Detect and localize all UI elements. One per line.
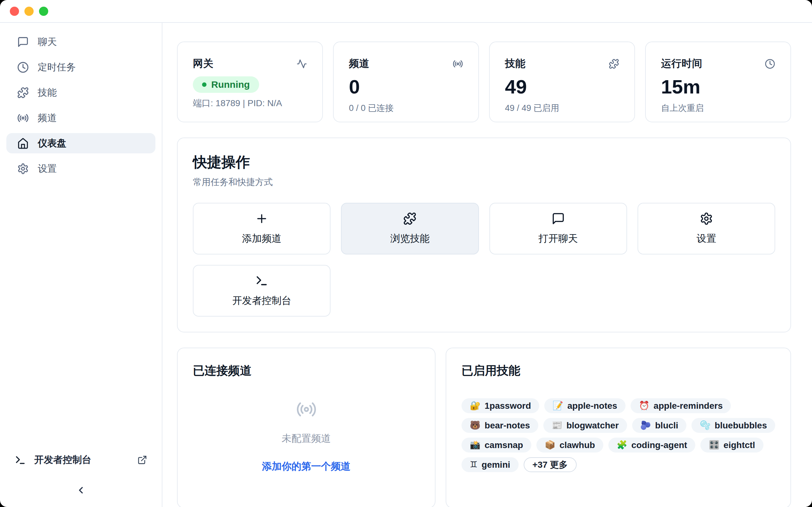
sidebar-item-channels[interactable]: 频道: [6, 108, 155, 128]
uptime-card: 运行时间 15m 自上次重启: [645, 42, 791, 122]
skill-chip-label: gemini: [481, 460, 510, 470]
skill-emoji: 🫧: [700, 421, 711, 430]
uptime-detail: 自上次重启: [661, 102, 775, 114]
skill-chip: 🫧bluebubbles: [692, 418, 775, 433]
skill-chip-label: eightctl: [723, 440, 755, 450]
channels-card: 频道 0 0 / 0 已连接: [333, 42, 479, 122]
sidebar-item-scheduled-tasks[interactable]: 定时任务: [6, 57, 155, 77]
skill-emoji: 🧩: [617, 441, 627, 449]
add-channel-button[interactable]: 添加频道: [193, 203, 331, 255]
bottom-section: 已连接频道 未配置频道 添加你的第一个频道 已启用技能 🔐1password 📝…: [177, 348, 791, 507]
enabled-skills-title: 已启用技能: [461, 363, 775, 379]
connected-channels-title: 已连接频道: [193, 363, 420, 379]
skills-detail: 49 / 49 已启用: [505, 102, 619, 114]
minimize-button[interactable]: [24, 7, 34, 16]
skill-chip: 🎛️eightctl: [700, 438, 763, 452]
skills-card: 技能 49 49 / 49 已启用: [489, 42, 635, 122]
skill-emoji: 🐻: [470, 421, 480, 430]
sidebar-item-chat[interactable]: 聊天: [6, 32, 155, 52]
external-link-icon: [137, 455, 147, 465]
skill-emoji: 🫐: [641, 421, 651, 430]
gateway-card-title: 网关: [193, 57, 213, 71]
sidebar-item-label: 聊天: [38, 36, 57, 49]
terminal-icon: [14, 454, 26, 466]
sidebar-item-label: 定时任务: [38, 61, 76, 74]
skills-chip-list: 🔐1password 📝apple-notes ⏰apple-reminders…: [461, 398, 775, 472]
browse-skills-button[interactable]: 浏览技能: [341, 203, 478, 255]
radio-icon: [17, 112, 29, 124]
quick-actions-grid: 添加频道 浏览技能 打开聊天 设置: [193, 203, 775, 317]
puzzle-icon: [17, 87, 29, 99]
skill-chip-label: bear-notes: [485, 420, 530, 431]
sidebar-item-dashboard[interactable]: 仪表盘: [6, 133, 155, 153]
gateway-status-badge: Running: [193, 76, 259, 93]
add-first-channel-link[interactable]: 添加你的第一个频道: [262, 460, 351, 473]
puzzle-icon: [609, 59, 619, 69]
message-square-icon: [17, 36, 29, 48]
terminal-icon: [255, 274, 268, 287]
gateway-card: 网关 Running 端口: 18789 | PID: N/A: [177, 42, 323, 122]
sidebar: 聊天 定时任务 技能 频道 仪表盘 设置: [0, 23, 162, 507]
skill-emoji: ♊: [470, 460, 477, 469]
uptime-card-title: 运行时间: [661, 57, 702, 71]
uptime-value: 15m: [661, 77, 775, 97]
skill-chip-label: apple-notes: [567, 401, 617, 411]
skill-emoji: 📸: [470, 441, 480, 449]
channels-empty-state: 未配置频道 添加你的第一个频道: [193, 379, 420, 493]
channels-count: 0: [349, 77, 463, 97]
skill-chip-label: coding-agent: [631, 440, 687, 450]
open-chat-button[interactable]: 打开聊天: [490, 203, 627, 255]
skill-chip: 🫐blucli: [632, 418, 687, 433]
skill-emoji: 📦: [545, 441, 555, 449]
sidebar-item-settings[interactable]: 设置: [6, 158, 155, 179]
skill-chip: 📝apple-notes: [544, 398, 625, 413]
main-content: 网关 Running 端口: 18789 | PID: N/A 频道 0: [162, 23, 812, 507]
skill-chip: ♊gemini: [461, 457, 518, 472]
add-channel-label: 添加频道: [242, 232, 281, 245]
quick-actions-title: 快捷操作: [193, 153, 775, 172]
skill-chip-label: camsnap: [485, 440, 523, 450]
collapse-sidebar-button[interactable]: [75, 485, 86, 496]
channels-detail: 0 / 0 已连接: [349, 102, 463, 114]
developer-console-button[interactable]: 开发者控制台: [193, 265, 331, 317]
sidebar-item-label: 技能: [38, 86, 57, 99]
quick-actions-card: 快捷操作 常用任务和快捷方式 添加频道 浏览技能 打开聊天: [177, 137, 791, 332]
close-button[interactable]: [10, 7, 19, 16]
skill-chip: 🔐1password: [461, 398, 539, 413]
clock-icon: [765, 59, 775, 69]
skill-chip-label: blucli: [655, 420, 678, 431]
zoom-button[interactable]: [39, 7, 48, 16]
skill-chip-label: clawhub: [560, 440, 595, 450]
skill-chip: 📦clawhub: [537, 438, 603, 452]
sidebar-item-skills[interactable]: 技能: [6, 82, 155, 103]
gateway-detail: 端口: 18789 | PID: N/A: [193, 97, 307, 109]
status-dot: [202, 82, 206, 87]
more-skills-chip[interactable]: +37 更多: [524, 457, 577, 472]
stats-row: 网关 Running 端口: 18789 | PID: N/A 频道 0: [177, 42, 791, 122]
title-bar: [0, 0, 812, 23]
skill-chip-label: 1password: [485, 401, 531, 411]
app-window: 聊天 定时任务 技能 频道 仪表盘 设置: [0, 0, 812, 507]
skill-chip: ⏰apple-reminders: [630, 398, 731, 413]
open-chat-label: 打开聊天: [539, 232, 578, 245]
skill-emoji: 📰: [552, 421, 562, 430]
radio-icon: [453, 59, 463, 69]
skill-chip: 📰blogwatcher: [543, 418, 627, 433]
developer-console-label: 开发者控制台: [34, 453, 91, 466]
channels-card-title: 频道: [349, 57, 369, 71]
skill-emoji: ⏰: [639, 401, 650, 410]
developer-console-button-label: 开发者控制台: [232, 294, 291, 307]
skill-chip-label: bluebubbles: [715, 420, 767, 431]
sidebar-item-label: 频道: [38, 112, 57, 124]
gateway-status-label: Running: [211, 79, 250, 90]
developer-console-link[interactable]: 开发者控制台: [6, 453, 155, 466]
skill-emoji: 🔐: [470, 401, 480, 410]
radio-icon: [296, 399, 317, 420]
gear-icon: [17, 163, 29, 175]
settings-button[interactable]: 设置: [638, 203, 775, 255]
puzzle-icon: [403, 212, 416, 225]
skill-emoji: 📝: [553, 401, 563, 410]
home-icon: [17, 137, 29, 149]
skill-chip: 🐻bear-notes: [461, 418, 538, 433]
window-controls: [10, 7, 48, 16]
